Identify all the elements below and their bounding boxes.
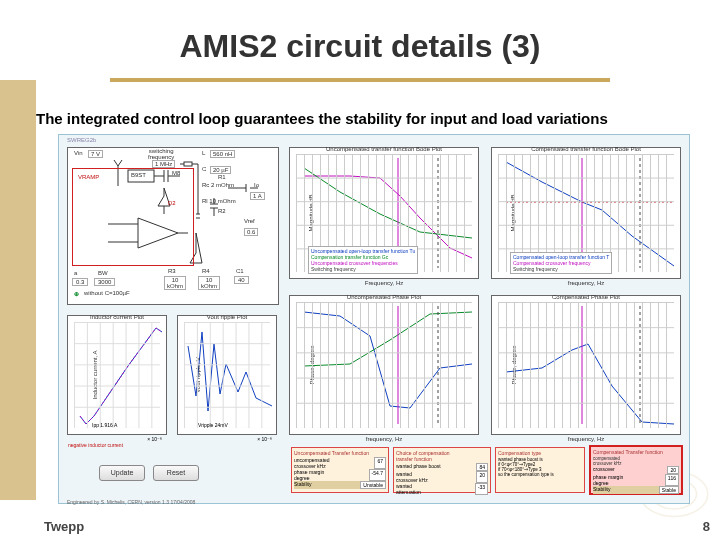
row-value: -54.7 xyxy=(369,469,386,481)
uncomp-mag-bode: Uncompensated transfer function Bode Plo… xyxy=(289,147,479,279)
plot-grid xyxy=(74,322,160,428)
vout-ripple-plot: Vout ripple Plot Vout ripple, V Vripple … xyxy=(177,315,277,435)
slide-subtitle: The integrated control loop guarantees t… xyxy=(36,110,700,127)
box-header: Choice of compensation transfer function xyxy=(396,450,488,462)
box-header: Uncompensated Transfer function xyxy=(294,450,386,456)
r1-label: R1 xyxy=(218,174,226,180)
row-label: wanted phase boost xyxy=(396,463,441,471)
x-scale: × 10⁻⁶ xyxy=(147,436,162,442)
slide-title: AMIS2 circuit details (3) xyxy=(0,28,720,65)
stability-value: Stable xyxy=(659,486,679,494)
plot-title: Uncompensated Phase Plot xyxy=(347,294,421,300)
x-scale: × 10⁻⁶ xyxy=(257,436,272,442)
row-value: 20 xyxy=(476,471,488,483)
schematic-panel: Vin 7 V switching frequency 1 MHz L 560 … xyxy=(67,147,279,305)
stability-label: Stability xyxy=(294,481,312,489)
plot-grid xyxy=(296,302,472,428)
update-button[interactable]: Update xyxy=(99,465,145,481)
result-uncomp: Uncompensated Transfer function uncompen… xyxy=(291,447,389,493)
c1-label: C1 xyxy=(236,268,244,274)
box-sub: compensated crossover kHz xyxy=(593,456,679,466)
comp-mag-bode: Compensated transfer function Bode Plot … xyxy=(491,147,681,279)
uncomp-phase-bode: Uncompensated Phase Plot Phase, degree f… xyxy=(289,295,479,435)
row-value: 20 xyxy=(667,466,679,474)
row-value: 116 xyxy=(665,474,679,486)
bw-value: 3000 xyxy=(94,278,115,286)
plot-title: Compensated Phase Plot xyxy=(552,294,620,300)
row-label: wanted attenuation xyxy=(396,483,421,495)
plot-title: Uncompensated transfer function Bode Plo… xyxy=(326,146,442,152)
cap-text: without C=100µF xyxy=(84,290,130,296)
svg-rect-4 xyxy=(184,162,192,166)
footer-left: Twepp xyxy=(44,519,84,534)
row-label: phase margin degree xyxy=(593,474,623,486)
box-header: Compensation type xyxy=(498,450,582,456)
row-value: 84 xyxy=(476,463,488,471)
plot-title: Compensated transfer function Bode Plot xyxy=(531,146,641,152)
c1-value: 40 xyxy=(234,276,249,284)
plot-title: Vout ripple Plot xyxy=(207,314,247,320)
row-label: uncompensated crossover kHz xyxy=(294,457,330,469)
row-label: wanted crossover kHz xyxy=(396,471,428,483)
window-title: SWREG2b xyxy=(67,137,96,143)
r4-value: 10 kOhm xyxy=(198,276,220,290)
plot-grid xyxy=(184,322,270,428)
legend: Uncompensated open-loop transfer functio… xyxy=(308,246,418,274)
legend: Compensated open-loop transfer function … xyxy=(510,252,612,274)
title-underline xyxy=(110,78,610,82)
engineered-by: Engineered by S. Michelis, CERN, version… xyxy=(67,499,195,505)
comp-phase-bode: Compensated Phase Plot Phase, degree fre… xyxy=(491,295,681,435)
legend-item: Switching frequency xyxy=(513,266,609,272)
x-axis-label: frequency, Hz xyxy=(568,436,605,442)
reset-button[interactable]: Reset xyxy=(153,465,199,481)
inductor-current-plot: Inductor current Plot Inductor current, … xyxy=(67,315,167,435)
plot-grid xyxy=(498,302,674,428)
row-label: phase margin degree xyxy=(294,469,324,481)
stability-value: Unstable xyxy=(360,481,386,489)
vripple-annotation: Vripple 24mV xyxy=(198,422,228,428)
r3-value: 10 kOhm xyxy=(164,276,186,290)
cap-marker: ⊕ xyxy=(74,290,79,297)
result-choice: Choice of compensation transfer function… xyxy=(393,447,491,493)
row-value: 67 xyxy=(374,457,386,469)
footer-page-number: 8 xyxy=(703,519,710,534)
row-label: crossover xyxy=(593,466,615,474)
r2-label: R2 xyxy=(218,208,226,214)
a-label: a xyxy=(74,270,77,276)
result-comp-type: Compensation type wanted phase boost is … xyxy=(495,447,585,493)
legend-item: Switching frequency xyxy=(311,266,415,272)
result-comp: Compensated Transfer function compensate… xyxy=(589,445,683,495)
x-axis-label: frequency, Hz xyxy=(568,280,605,286)
stability-label: Stability xyxy=(593,486,611,494)
slide-accent-bar xyxy=(0,80,36,500)
a-value: 0.3 xyxy=(72,278,88,286)
r3-label: R3 xyxy=(168,268,176,274)
neg-current-caption: negative inductor current xyxy=(68,442,123,448)
bw-label: BW xyxy=(98,270,108,276)
r4-label: R4 xyxy=(202,268,210,274)
box-body: wanted phase boost is if 0<φ<70°⇒Type2 i… xyxy=(498,457,582,477)
simulation-screenshot: SWREG2b Vin 7 V switching frequency 1 MH… xyxy=(58,134,690,504)
ipp-annotation: Ipp 1.916 A xyxy=(92,422,117,428)
plot-title: Inductor current Plot xyxy=(90,314,144,320)
control-loop-highlight xyxy=(72,168,194,266)
box-header: Compensated Transfer function xyxy=(593,449,679,455)
x-axis-label: Frequency, Hz xyxy=(365,280,404,286)
x-axis-label: frequency, Hz xyxy=(366,436,403,442)
row-value: -33 xyxy=(475,483,488,495)
